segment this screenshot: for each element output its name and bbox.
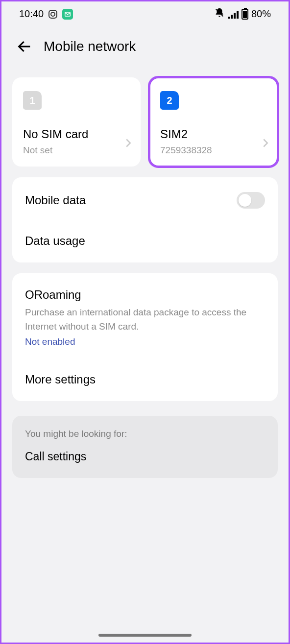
sim1-subtitle: Not set [23,145,130,156]
signal-icon [228,10,239,19]
battery-percent: 80% [251,8,271,20]
more-settings-row[interactable]: More settings [12,360,278,399]
oroaming-description: Purchase an international data package t… [25,306,265,334]
mobile-data-label: Mobile data [25,193,237,207]
sim-card-2[interactable]: 2 SIM2 7259338328 [149,77,278,167]
messages-icon [62,9,73,20]
sim1-title: No SIM card [23,127,130,141]
data-usage-row[interactable]: Data usage [12,221,278,261]
data-settings-card: Mobile data Data usage [12,177,278,262]
chevron-right-icon [125,138,132,150]
more-settings-label: More settings [25,373,265,386]
battery-icon [242,9,248,20]
page-header: Mobile network [1,24,289,65]
mobile-data-toggle[interactable] [237,192,265,209]
oroaming-title: ORoaming [25,288,265,302]
oroaming-status: Not enabled [25,336,265,347]
page-title: Mobile network [44,39,136,54]
call-settings-link[interactable]: Call settings [25,450,265,463]
sim2-title: SIM2 [160,127,267,141]
sim-chip-icon: 2 [160,91,179,110]
mute-icon [214,7,225,21]
back-arrow-icon[interactable] [16,38,33,55]
chevron-right-icon [262,138,269,150]
data-usage-label: Data usage [25,234,265,248]
sim-cards-row: 1 No SIM card Not set 2 SIM2 7259338328 [12,77,278,167]
sim2-subtitle: 7259338328 [160,145,267,156]
oroaming-row[interactable]: ORoaming Purchase an international data … [12,275,278,360]
home-indicator[interactable] [98,634,192,637]
status-time: 10:40 [19,8,44,20]
suggestions-card: You might be looking for: Call settings [12,416,278,478]
status-bar: 10:40 80% [1,1,289,24]
suggestions-label: You might be looking for: [25,429,265,439]
sim-chip-icon: 1 [23,91,42,110]
mobile-data-row[interactable]: Mobile data [12,179,278,221]
instagram-icon [48,10,57,19]
roaming-settings-card: ORoaming Purchase an international data … [12,273,278,401]
sim-card-1[interactable]: 1 No SIM card Not set [12,77,141,167]
